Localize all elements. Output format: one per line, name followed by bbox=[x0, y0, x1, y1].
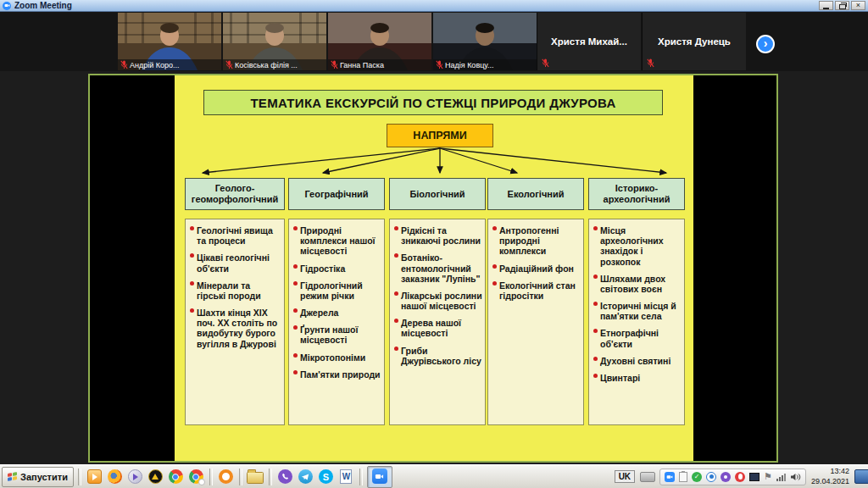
flag-icon[interactable]: ⚑ bbox=[764, 472, 772, 481]
restore-button[interactable] bbox=[835, 1, 849, 10]
participant-name-bar: Косівська філія ... bbox=[223, 59, 326, 70]
bullet-icon bbox=[293, 353, 298, 358]
skype-icon[interactable]: S bbox=[317, 468, 335, 486]
shield-check-icon[interactable]: ✓ bbox=[692, 472, 702, 482]
firefox-icon[interactable] bbox=[106, 468, 124, 486]
muted-mic-icon bbox=[542, 58, 549, 69]
bullet-icon bbox=[492, 226, 497, 230]
topic-item: Гриби Джурівського лісу bbox=[394, 346, 482, 366]
title-bar: Zoom Meeting × bbox=[0, 0, 868, 12]
system-tray: UK ✓⚑ 13:42 29.04.2021 bbox=[615, 467, 866, 486]
topic-item: Мінерали та гірські породи bbox=[190, 280, 281, 301]
muted-mic-icon bbox=[647, 58, 654, 69]
topic-text: Радіаційний фон bbox=[499, 263, 574, 274]
presentation-slide: ТЕМАТИКА ЕКСКУРСІЙ ПО СТЕЖЦІ ПРИРОДИ ДЖУ… bbox=[175, 75, 693, 461]
topic-item: Рідкісні та зникаючі рослини bbox=[394, 225, 482, 246]
topic-item: Екологічний стан гідросітки bbox=[492, 280, 581, 301]
topic-list-box: Рідкісні та зникаючі рослиниБотаніко-ент… bbox=[389, 219, 486, 425]
participant-video-tile[interactable]: Ганна Паска bbox=[328, 13, 431, 70]
topic-item: Ботаніко-ентомологічний заказник "Лупінь… bbox=[394, 252, 482, 284]
topic-text: Шляхами двох світових воєн bbox=[600, 274, 682, 294]
topic-text: Лікарські рослини нашої місцевості bbox=[401, 291, 482, 311]
topic-item: Дерева нашої місцевості bbox=[394, 318, 482, 338]
chrome-icon[interactable] bbox=[167, 468, 185, 486]
close-button[interactable]: × bbox=[851, 1, 865, 10]
topic-text: Шахти кінця XIX поч. XX століть по видоб… bbox=[197, 308, 281, 349]
minimize-button[interactable] bbox=[819, 1, 833, 10]
connector-arrows bbox=[175, 147, 693, 177]
topic-item: Природні комплекси нашої місцевості bbox=[293, 225, 381, 257]
topic-text: Духовні святині bbox=[600, 356, 670, 366]
tray-date: 29.04.2021 bbox=[811, 477, 849, 487]
taskbar-separator bbox=[359, 469, 363, 485]
bullet-icon bbox=[293, 370, 298, 374]
language-indicator[interactable]: UK bbox=[615, 470, 635, 483]
eye-icon[interactable] bbox=[706, 472, 716, 482]
topic-text: Цікаві геологічні об'єкти bbox=[197, 252, 281, 273]
topic-item: Мікротопоніми bbox=[293, 352, 381, 363]
volume-icon[interactable] bbox=[790, 472, 801, 482]
bullet-icon bbox=[394, 347, 398, 351]
zoom-taskbar-button[interactable] bbox=[367, 466, 392, 488]
start-button[interactable]: Запустити bbox=[2, 467, 74, 487]
participant-video-tile[interactable]: Надія Ковцу... bbox=[433, 13, 537, 70]
bullet-icon bbox=[394, 226, 398, 230]
category-label: Геолого-геоморфологічний bbox=[187, 183, 282, 204]
screen-icon[interactable] bbox=[749, 473, 760, 481]
participant-name-bar: Андрій Коро... bbox=[118, 59, 221, 70]
screen-share-region: ТЕМАТИКА ЕКСКУРСІЙ ПО СТЕЖЦІ ПРИРОДИ ДЖУ… bbox=[88, 74, 778, 463]
bullet-icon bbox=[293, 325, 298, 330]
window-title: Zoom Meeting bbox=[14, 1, 72, 10]
next-participants-button[interactable]: › bbox=[756, 35, 775, 53]
bullet-icon bbox=[190, 308, 194, 313]
bullet-icon bbox=[593, 302, 598, 306]
participant-video-tile[interactable]: Андрій Коро... bbox=[118, 13, 221, 70]
clock[interactable]: 13:42 29.04.2021 bbox=[811, 467, 849, 486]
keyboard-icon[interactable] bbox=[638, 468, 656, 486]
participant-name: Надія Ковцу... bbox=[445, 61, 493, 69]
zoom-camera-icon bbox=[372, 469, 387, 485]
participant-name: Андрій Коро... bbox=[130, 61, 180, 69]
bullet-icon bbox=[394, 253, 398, 258]
category-box: Біологічний bbox=[389, 178, 486, 210]
topic-text: Гідростіка bbox=[300, 263, 345, 274]
bullet-icon bbox=[293, 226, 298, 230]
participant-video-tile[interactable]: Косівська філія ... bbox=[223, 13, 326, 70]
opera-icon[interactable] bbox=[735, 472, 745, 482]
viber-icon[interactable] bbox=[276, 468, 294, 486]
participant-name-bar: Ганна Паска bbox=[328, 59, 431, 70]
start-label: Запустити bbox=[20, 472, 68, 482]
topic-item: Шахти кінця XIX поч. XX століть по видоб… bbox=[190, 308, 281, 349]
aimp-icon[interactable] bbox=[147, 468, 164, 486]
browser-orange-icon[interactable] bbox=[217, 468, 235, 486]
category-box: Історико-археологічний bbox=[588, 178, 685, 210]
word-icon[interactable]: W bbox=[337, 468, 355, 486]
zoom-mini-icon[interactable] bbox=[665, 472, 675, 482]
topic-text: Антропогенні природні комплекси bbox=[499, 225, 581, 257]
topic-text: Гриби Джурівського лісу bbox=[401, 346, 482, 366]
clipboard-icon[interactable] bbox=[679, 472, 687, 482]
signal-icon[interactable] bbox=[776, 473, 786, 481]
taskbar-separator bbox=[269, 469, 272, 485]
participant-name-tile[interactable]: Христя Михай... bbox=[537, 13, 641, 70]
topic-list-box: Місця археологічних знахідок і розкопокШ… bbox=[588, 219, 685, 425]
minimized-window-icon[interactable] bbox=[854, 469, 868, 484]
category-box: Геолого-геоморфологічний bbox=[185, 178, 285, 210]
chrome-profile-icon[interactable] bbox=[187, 468, 205, 486]
category-box: Екологічний bbox=[487, 178, 584, 210]
slide-title: ТЕМАТИКА ЕКСКУРСІЙ ПО СТЕЖЦІ ПРИРОДИ ДЖУ… bbox=[203, 90, 663, 115]
topic-text: Дерева нашої місцевості bbox=[401, 318, 482, 338]
category-box: Географічний bbox=[288, 178, 385, 210]
participant-name-tile[interactable]: Христя Дунець bbox=[642, 13, 746, 70]
media-player-icon[interactable] bbox=[86, 468, 103, 486]
viber-mini-icon[interactable] bbox=[721, 472, 731, 482]
topic-text: Місця археологічних знахідок і розкопок bbox=[600, 225, 682, 267]
topic-item: Місця археологічних знахідок і розкопок bbox=[593, 225, 682, 267]
participant-name: Ганна Паска bbox=[340, 61, 384, 69]
folder-icon[interactable] bbox=[247, 468, 264, 486]
muted-mic-icon bbox=[436, 60, 443, 69]
topic-item: Цвинтарі bbox=[593, 373, 682, 383]
topic-list-box: Антропогенні природні комплексиРадіаційн… bbox=[487, 219, 584, 425]
telegram-icon[interactable] bbox=[297, 468, 314, 486]
kmplayer-icon[interactable] bbox=[126, 468, 144, 486]
